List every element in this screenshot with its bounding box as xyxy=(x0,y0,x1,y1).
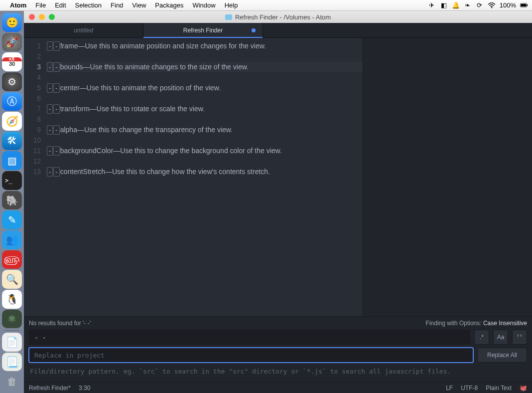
find-options-label: Finding with Options: Case Insensitive xyxy=(426,320,527,327)
dock-launchpad-icon[interactable]: 🚀 xyxy=(2,33,22,52)
status-line-ending[interactable]: LF xyxy=(446,385,453,392)
line-number[interactable]: 6 xyxy=(24,93,41,104)
dock-doc-icon[interactable]: 📄 xyxy=(2,333,22,352)
tab-refresh-finder[interactable]: Refresh Finder xyxy=(143,23,263,37)
menu-packages[interactable]: Packages xyxy=(155,1,183,9)
status-bell-icon[interactable]: 🔔 xyxy=(452,1,460,9)
find-case-button[interactable]: Aa xyxy=(493,330,508,345)
invisible-char: - xyxy=(47,62,53,72)
menu-edit[interactable]: Edit xyxy=(55,1,66,9)
menu-window[interactable]: Window xyxy=(192,1,215,9)
find-input[interactable] xyxy=(29,330,470,345)
dock-maps-icon[interactable]: 🔍 xyxy=(2,270,22,289)
invisible-char: - xyxy=(53,62,59,72)
dock-evernote-icon[interactable]: 🐘 xyxy=(2,191,22,210)
menu-view[interactable]: View xyxy=(132,1,146,9)
tab-label: Refresh Finder xyxy=(183,27,223,34)
status-sync-icon[interactable]: ⟳ xyxy=(476,1,484,9)
find-regex-button[interactable]: .* xyxy=(474,330,489,345)
dock-xcode-icon[interactable]: 🛠 xyxy=(2,132,22,151)
editor-line[interactable] xyxy=(47,51,363,62)
line-number[interactable]: 8 xyxy=(24,114,41,125)
editor-line[interactable]: --frame—Use this to animate position and… xyxy=(47,41,363,51)
line-text: frame—Use this to animate position and s… xyxy=(60,42,266,50)
line-number[interactable]: 12 xyxy=(24,156,41,167)
line-number[interactable]: 13 xyxy=(24,167,41,177)
window-minimize-button[interactable] xyxy=(39,14,45,20)
status-grammar[interactable]: Plain Text xyxy=(486,385,512,392)
editor-line[interactable] xyxy=(47,93,363,104)
line-text: center—Use this to animate the position … xyxy=(60,84,221,92)
invisible-char: - xyxy=(47,41,53,51)
editor-lines[interactable]: --frame—Use this to animate position and… xyxy=(45,38,363,316)
dock-doc2-icon[interactable]: 📃 xyxy=(2,353,22,372)
line-number[interactable]: 11 xyxy=(24,146,41,156)
status-cursor-position[interactable]: 3:30 xyxy=(79,385,90,392)
editor-line[interactable]: --center—Use this to animate the positio… xyxy=(47,83,363,93)
line-number[interactable]: 3 xyxy=(24,62,41,72)
editor-line[interactable]: --transform—Use this to rotate or scale … xyxy=(47,104,363,114)
svg-rect-3 xyxy=(527,4,528,6)
tab-untitled[interactable]: untitled xyxy=(24,23,143,37)
status-app-icon[interactable]: ◧ xyxy=(440,1,448,9)
editor-line[interactable]: --bounds—Use this to animate changes to … xyxy=(47,62,363,72)
line-number-gutter[interactable]: 12345678910111213 xyxy=(24,38,45,316)
tab-modified-indicator-icon xyxy=(252,28,256,32)
status-send-icon[interactable]: ✈ xyxy=(428,1,436,9)
dock-terminal-icon[interactable]: >_ xyxy=(2,171,22,190)
line-number[interactable]: 4 xyxy=(24,72,41,83)
tab-label: untitled xyxy=(74,27,93,34)
dock-safari-icon[interactable]: 🧭 xyxy=(2,112,22,131)
window-zoom-button[interactable] xyxy=(49,14,55,20)
editor-line[interactable]: --backgroundColor—Use this to change the… xyxy=(47,146,363,156)
editor-line[interactable] xyxy=(47,114,363,125)
window-titlebar[interactable]: Refresh Finder - /Volumes - Atom xyxy=(24,11,532,23)
menu-find[interactable]: Find xyxy=(111,1,123,9)
status-wifi-icon[interactable] xyxy=(488,1,496,9)
dock-atom-icon[interactable]: ⚛ xyxy=(2,310,22,329)
status-encoding[interactable]: UTF-8 xyxy=(461,385,478,392)
dock-systemprefs-icon[interactable]: ⚙ xyxy=(2,72,22,91)
replace-input[interactable] xyxy=(29,348,473,363)
dock-trash-icon[interactable]: 🗑 xyxy=(2,372,22,391)
line-number[interactable]: 7 xyxy=(24,104,41,114)
line-number[interactable]: 10 xyxy=(24,135,41,146)
line-number[interactable]: 1 xyxy=(24,41,41,51)
status-evernote-icon[interactable]: ❧ xyxy=(464,1,472,9)
line-text: bounds—Use this to animate changes to th… xyxy=(60,63,249,71)
editor-line[interactable] xyxy=(47,135,363,146)
invisible-char: - xyxy=(53,167,59,177)
editor-line[interactable] xyxy=(47,72,363,83)
dock-appstore-icon[interactable]: Ⓐ xyxy=(2,92,22,111)
dock-finder-icon[interactable]: 🙂 xyxy=(2,13,22,32)
editor-line[interactable]: --alpha—Use this to change the transpare… xyxy=(47,125,363,135)
dock-app-blue-icon[interactable]: ▧ xyxy=(2,151,22,170)
status-battery-percent: 100% xyxy=(500,1,516,9)
macos-menubar: Atom File Edit Selection Find View Packa… xyxy=(0,0,532,11)
status-battery-icon xyxy=(520,1,528,9)
status-github-icon[interactable]: 🐙 xyxy=(520,385,527,392)
line-number[interactable]: 9 xyxy=(24,125,41,135)
invisible-char: - xyxy=(47,104,53,114)
find-wholeword-button[interactable]: ⸢⸣ xyxy=(512,330,527,345)
dock-calendar-icon[interactable]: 9月30 xyxy=(2,52,22,71)
menu-app[interactable]: Atom xyxy=(10,1,26,9)
invisible-char: - xyxy=(53,41,59,51)
line-number[interactable]: 2 xyxy=(24,51,41,62)
line-number[interactable]: 5 xyxy=(24,83,41,93)
line-text: backgroundColor—Use this to change the b… xyxy=(60,147,282,155)
menu-file[interactable]: File xyxy=(35,1,46,9)
menu-help[interactable]: Help xyxy=(225,1,238,9)
dock-netease-icon[interactable]: ௵ xyxy=(2,250,22,269)
menu-selection[interactable]: Selection xyxy=(75,1,102,9)
editor-line[interactable]: --contentStretch—Use this to change how … xyxy=(47,167,363,177)
dock-mweb-icon[interactable]: ✎ xyxy=(2,210,22,229)
dock-qq-icon[interactable]: 🐧 xyxy=(2,290,22,309)
invisible-char: - xyxy=(47,167,53,177)
dock-contacts-icon[interactable]: 👥 xyxy=(2,230,22,249)
editor-line[interactable] xyxy=(47,156,363,167)
status-file[interactable]: Refresh Finder* xyxy=(29,385,71,392)
text-editor[interactable]: 12345678910111213 --frame—Use this to an… xyxy=(24,38,532,316)
replace-all-button[interactable]: Replace All xyxy=(477,348,527,363)
window-close-button[interactable] xyxy=(29,14,35,20)
